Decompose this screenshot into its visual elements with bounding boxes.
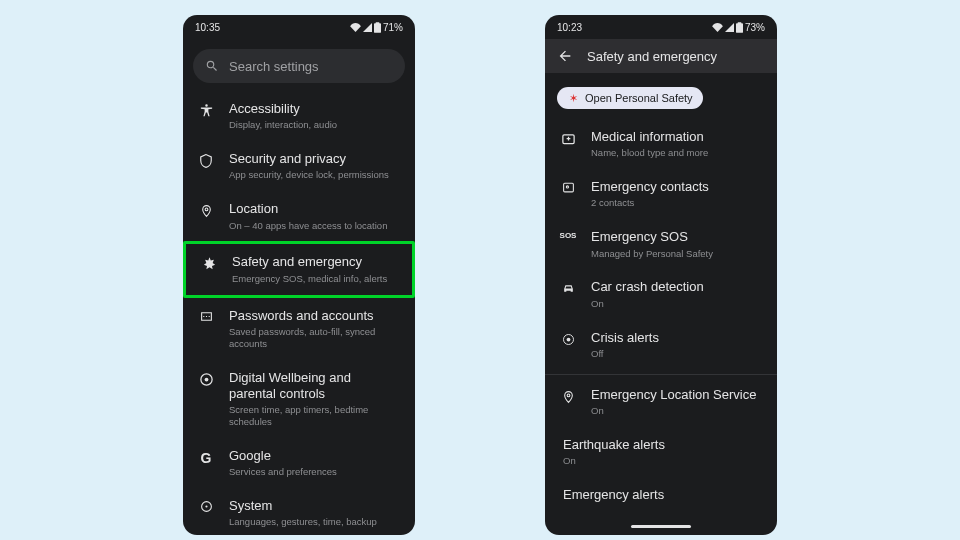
item-earthquake-alerts[interactable]: Earthquake alertsOn — [545, 427, 777, 477]
item-emergency-alerts[interactable]: Emergency alerts — [545, 477, 777, 515]
safety-emergency-screen: 10:23 73% Safety and emergency ✶ Open Pe… — [545, 15, 777, 535]
app-bar: Safety and emergency — [545, 39, 777, 73]
open-button-label: Open Personal Safety — [585, 92, 693, 104]
status-time: 10:35 — [195, 22, 220, 33]
wifi-icon — [350, 23, 361, 32]
settings-item-security[interactable]: Security and privacyApp security, device… — [183, 141, 415, 191]
status-right: 71% — [350, 22, 403, 33]
accessibility-icon — [197, 101, 215, 118]
svg-point-1 — [204, 377, 208, 381]
settings-item-passwords[interactable]: Passwords and accountsSaved passwords, a… — [183, 298, 415, 360]
location-icon — [197, 201, 215, 219]
back-icon[interactable] — [557, 48, 573, 64]
signal-icon — [725, 23, 734, 32]
search-input[interactable]: Search settings — [193, 49, 405, 83]
open-personal-safety-button[interactable]: ✶ Open Personal Safety — [557, 87, 703, 109]
item-medical-info[interactable]: Medical informationName, blood type and … — [545, 119, 777, 169]
safety-list: Medical informationName, blood type and … — [545, 119, 777, 517]
contacts-icon — [559, 179, 577, 194]
car-crash-icon — [559, 279, 577, 294]
medical-icon — [559, 129, 577, 146]
status-battery: 73% — [745, 22, 765, 33]
status-battery: 71% — [383, 22, 403, 33]
status-bar: 10:35 71% — [183, 15, 415, 39]
page-title: Safety and emergency — [587, 49, 717, 64]
settings-item-system[interactable]: SystemLanguages, gestures, time, backup — [183, 488, 415, 535]
wifi-icon — [712, 23, 723, 32]
status-bar: 10:23 73% — [545, 15, 777, 39]
battery-icon — [736, 22, 743, 33]
system-icon — [197, 498, 215, 513]
search-placeholder: Search settings — [229, 59, 319, 74]
svg-point-7 — [566, 186, 568, 188]
status-time: 10:23 — [557, 22, 582, 33]
item-crisis-alerts[interactable]: Crisis alertsOff — [545, 320, 777, 370]
emergency-icon — [200, 254, 218, 271]
google-icon: G — [197, 448, 215, 466]
settings-main-screen: 10:35 71% Search settings AccessibilityD… — [183, 15, 415, 535]
battery-icon — [374, 22, 381, 33]
crisis-icon — [559, 330, 577, 347]
signal-icon — [363, 23, 372, 32]
status-right: 73% — [712, 22, 765, 33]
gesture-nav-bar[interactable] — [545, 517, 777, 535]
key-icon — [197, 308, 215, 323]
item-emergency-location[interactable]: Emergency Location ServiceOn — [545, 377, 777, 427]
wellbeing-icon — [197, 370, 215, 387]
settings-list: AccessibilityDisplay, interaction, audio… — [183, 91, 415, 535]
nav-pill-icon — [631, 525, 691, 528]
shield-icon — [197, 151, 215, 169]
item-emergency-sos[interactable]: SOS Emergency SOSManaged by Personal Saf… — [545, 219, 777, 269]
sos-icon: SOS — [559, 229, 577, 240]
item-emergency-contacts[interactable]: Emergency contacts2 contacts — [545, 169, 777, 219]
svg-point-3 — [205, 505, 207, 507]
settings-item-accessibility[interactable]: AccessibilityDisplay, interaction, audio — [183, 91, 415, 141]
svg-point-8 — [566, 337, 570, 341]
item-car-crash[interactable]: Car crash detectionOn — [545, 269, 777, 319]
location-icon — [559, 387, 577, 405]
settings-item-location[interactable]: LocationOn – 40 apps have access to loca… — [183, 191, 415, 241]
search-icon — [205, 59, 219, 73]
settings-item-safety-emergency[interactable]: Safety and emergencyEmergency SOS, medic… — [183, 241, 415, 297]
safety-star-icon: ✶ — [567, 92, 579, 104]
settings-item-wellbeing[interactable]: Digital Wellbeing and parental controlsS… — [183, 360, 415, 438]
settings-item-google[interactable]: G GoogleServices and preferences — [183, 438, 415, 488]
divider — [545, 374, 777, 375]
